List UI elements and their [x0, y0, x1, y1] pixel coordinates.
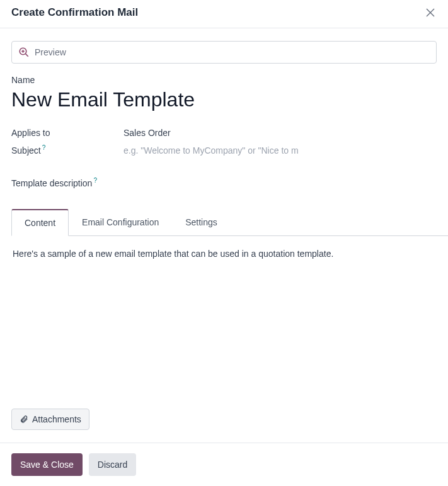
dialog-title: Create Confirmation Mail — [11, 6, 138, 19]
tab-content[interactable]: Content — [11, 209, 69, 236]
close-icon — [425, 8, 435, 18]
preview-label: Preview — [35, 47, 66, 57]
email-body-text[interactable]: Here's a sample of a new email template … — [13, 249, 435, 259]
subject-input[interactable]: e.g. "Welcome to MyCompany" or "Nice to … — [123, 145, 437, 155]
attachments-label: Attachments — [32, 414, 81, 424]
template-description-field: Template description? — [11, 176, 437, 188]
name-label: Name — [11, 75, 437, 85]
name-input[interactable]: New Email Template — [11, 88, 437, 111]
template-description-help-icon[interactable]: ? — [93, 177, 97, 184]
save-close-button[interactable]: Save & Close — [11, 453, 83, 476]
applies-to-value[interactable]: Sales Order — [123, 128, 437, 138]
tab-email-configuration[interactable]: Email Configuration — [69, 209, 172, 236]
dialog-footer: Save & Close Discard — [0, 443, 448, 486]
dialog-header: Create Confirmation Mail — [0, 0, 448, 28]
template-description-label: Template description? — [11, 176, 123, 188]
close-button[interactable] — [424, 6, 437, 19]
applies-to-label: Applies to — [11, 127, 123, 138]
applies-to-field: Applies to Sales Order — [11, 127, 437, 138]
dialog-body: Preview Name New Email Template Applies … — [0, 28, 448, 443]
create-confirmation-mail-dialog: Create Confirmation Mail Preview Name Ne… — [0, 0, 448, 486]
name-field: Name New Email Template — [11, 75, 437, 122]
tab-settings[interactable]: Settings — [172, 209, 231, 236]
tab-bar: Content Email Configuration Settings — [11, 208, 448, 236]
preview-button[interactable]: Preview — [11, 41, 437, 64]
svg-line-3 — [26, 54, 28, 57]
subject-help-icon[interactable]: ? — [42, 144, 46, 151]
attachments-button[interactable]: Attachments — [11, 409, 89, 430]
subject-field: Subject? e.g. "Welcome to MyCompany" or … — [11, 143, 437, 155]
magnify-plus-icon — [18, 47, 30, 58]
content-tab-panel: Here's a sample of a new email template … — [11, 236, 437, 409]
attachments-row: Attachments — [11, 409, 437, 430]
paperclip-icon — [20, 415, 28, 424]
subject-label: Subject? — [11, 143, 123, 155]
discard-button[interactable]: Discard — [89, 453, 136, 476]
